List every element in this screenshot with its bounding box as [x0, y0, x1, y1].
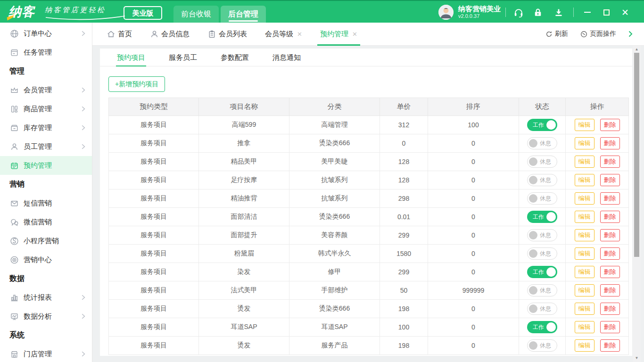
sidebar-item-会员管理[interactable]: 会员管理: [0, 81, 92, 99]
nav-tab-前台收银[interactable]: 前台收银: [173, 6, 219, 24]
sidebar-item-统计报表[interactable]: 统计报表: [0, 288, 92, 307]
sidebar-item-小程序营销[interactable]: 小程序营销: [0, 231, 92, 250]
sidebar-item-营销中心[interactable]: 营销中心: [0, 250, 92, 269]
edit-button[interactable]: 编辑: [575, 174, 594, 186]
sidebar-item-商品管理[interactable]: 商品管理: [0, 99, 92, 118]
person-icon: [9, 142, 19, 151]
table-cell: 128: [380, 171, 428, 189]
account-info[interactable]: 纳客营销美业 v2.0.0.37: [438, 5, 501, 20]
status-toggle[interactable]: 休息: [527, 156, 557, 168]
refresh-icon: [545, 31, 553, 38]
tabstrip-expand-chevron-icon[interactable]: [628, 31, 633, 37]
minimize-icon[interactable]: [580, 6, 594, 19]
tab-close-icon[interactable]: ✕: [297, 31, 302, 38]
chevron-right-icon: [82, 125, 85, 131]
page-tab-会员信息[interactable]: 会员信息: [150, 23, 190, 46]
sidebar-item-短信营销[interactable]: 短信营销: [0, 194, 92, 213]
delete-button[interactable]: 删除: [600, 174, 620, 186]
tab-close-icon[interactable]: ✕: [352, 31, 357, 38]
refresh-button[interactable]: 刷新: [545, 30, 568, 38]
add-reservation-item-button[interactable]: +新增预约项目: [108, 76, 165, 92]
delete-button[interactable]: 删除: [600, 339, 620, 352]
edit-button[interactable]: 编辑: [575, 229, 594, 241]
status-toggle[interactable]: 休息: [527, 303, 557, 315]
page-tab-会员等级[interactable]: 会员等级✕: [265, 23, 302, 46]
sidebar-item-预约管理[interactable]: 预约管理: [0, 156, 92, 175]
edit-button[interactable]: 编辑: [575, 247, 594, 260]
table-cell: 128: [380, 153, 428, 171]
status-toggle[interactable]: 休息: [527, 247, 557, 260]
status-toggle[interactable]: 休息: [527, 339, 557, 352]
subtab-参数配置[interactable]: 参数配置: [220, 49, 250, 66]
page-operations-button[interactable]: 页面操作: [580, 30, 616, 38]
delete-button[interactable]: 删除: [600, 321, 620, 333]
table-cell: 0: [428, 245, 519, 263]
sidebar-item-数据分析[interactable]: 数据分析: [0, 307, 92, 326]
delete-button[interactable]: 删除: [600, 192, 620, 205]
operations-cell: 编辑删除: [566, 153, 629, 171]
status-toggle[interactable]: 工作: [527, 211, 557, 223]
delete-button[interactable]: 删除: [600, 211, 620, 223]
page-tab-首页[interactable]: 首页: [107, 23, 132, 46]
status-toggle[interactable]: 休息: [527, 284, 557, 296]
delete-button[interactable]: 删除: [600, 119, 620, 131]
edit-button[interactable]: 编辑: [575, 119, 594, 131]
status-toggle[interactable]: 工作: [527, 321, 557, 333]
status-toggle[interactable]: 休息: [527, 192, 557, 205]
table-cell: 烫染类666: [289, 208, 380, 226]
page-tab-会员列表[interactable]: 会员列表: [207, 23, 247, 46]
edit-button[interactable]: 编辑: [575, 211, 594, 223]
sidebar-item-员工管理[interactable]: 员工管理: [0, 137, 92, 156]
delete-button[interactable]: 删除: [600, 266, 620, 278]
customer-service-icon[interactable]: [513, 7, 524, 18]
delete-button[interactable]: 删除: [600, 137, 620, 149]
table-cell: 足疗按摩: [199, 171, 289, 189]
delete-button[interactable]: 删除: [600, 229, 620, 241]
sidebar-item-订单中心[interactable]: 订单中心: [0, 24, 92, 43]
maximize-icon[interactable]: [599, 6, 613, 19]
delete-button[interactable]: 删除: [600, 303, 620, 315]
delete-button[interactable]: 删除: [600, 247, 620, 260]
edition-badge-button[interactable]: 美业版: [124, 6, 162, 20]
table-cell: 0: [380, 134, 428, 153]
status-toggle[interactable]: 休息: [527, 229, 557, 241]
download-icon[interactable]: [553, 7, 564, 18]
delete-button[interactable]: 删除: [600, 284, 620, 296]
target-icon: [9, 255, 19, 264]
table-row: 服务项目粉黛眉韩式半永久15800休息编辑删除: [109, 245, 629, 263]
edit-button[interactable]: 编辑: [575, 192, 594, 205]
sidebar-item-任务管理[interactable]: 任务管理: [0, 43, 92, 62]
status-toggle[interactable]: 工作: [527, 119, 557, 131]
table-cell: 韩式半永久: [289, 245, 380, 263]
edit-button[interactable]: 编辑: [575, 156, 594, 168]
window-scrollbar[interactable]: ▲ ▼: [633, 46, 641, 362]
table-cell: 服务项目: [109, 263, 199, 281]
scrollbar-thumb[interactable]: [634, 53, 639, 257]
tagline-swoosh-icon: [45, 16, 126, 21]
sidebar-item-库存管理[interactable]: 库存管理: [0, 118, 92, 137]
sidebar-item-门店管理[interactable]: 门店管理: [0, 345, 92, 362]
edit-button[interactable]: 编辑: [575, 321, 594, 333]
edit-button[interactable]: 编辑: [575, 137, 594, 149]
edit-button[interactable]: 编辑: [575, 303, 594, 315]
edit-button[interactable]: 编辑: [575, 339, 594, 352]
lock-icon[interactable]: [532, 7, 544, 18]
page-tab-预约管理[interactable]: 预约管理✕: [320, 23, 357, 46]
subtab-预约项目[interactable]: 预约项目: [116, 49, 146, 66]
table-cell: 面部提升: [199, 226, 289, 245]
scroll-up-arrow-icon[interactable]: ▲: [633, 46, 641, 53]
column-header-项目名称: 项目名称: [199, 98, 289, 116]
edit-button[interactable]: 编辑: [575, 284, 594, 296]
close-icon[interactable]: ✕: [618, 6, 632, 19]
status-toggle[interactable]: 休息: [527, 174, 557, 186]
table-cell: 服务项目: [109, 245, 199, 263]
delete-button[interactable]: 删除: [600, 156, 620, 168]
subtab-消息通知[interactable]: 消息通知: [272, 49, 302, 66]
nav-tab-后台管理[interactable]: 后台管理: [221, 6, 266, 24]
scroll-down-arrow-icon[interactable]: ▼: [633, 354, 641, 362]
sidebar-item-微信营销[interactable]: 微信营销: [0, 213, 92, 231]
status-toggle[interactable]: 休息: [527, 137, 557, 149]
status-toggle[interactable]: 工作: [527, 266, 557, 278]
subtab-服务员工[interactable]: 服务员工: [168, 49, 198, 66]
edit-button[interactable]: 编辑: [575, 266, 594, 278]
